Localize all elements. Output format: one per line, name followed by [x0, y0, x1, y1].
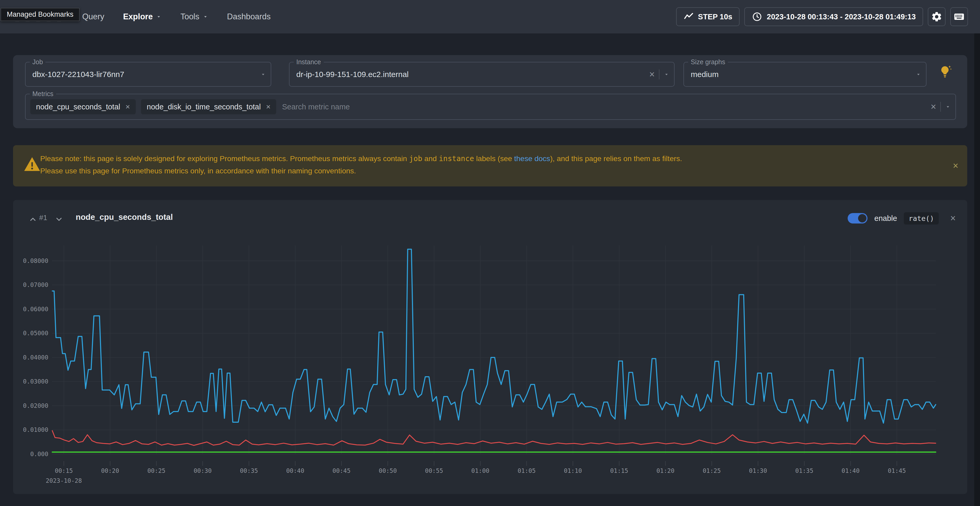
explore-metrics-page: Managed Bookmarks Query Explore Tools Da…	[0, 0, 980, 506]
metric-search-input[interactable]	[282, 102, 413, 111]
tips-button[interactable]	[938, 64, 953, 81]
nav-item-query[interactable]: Query	[82, 12, 104, 21]
svg-text:0.01000: 0.01000	[23, 426, 48, 433]
step-button[interactable]: STEP 10s	[676, 7, 740, 26]
panel-index: #1	[39, 213, 47, 222]
chevron-down-icon[interactable]	[945, 104, 951, 110]
instance-clear-icon[interactable]: ×	[649, 70, 655, 79]
scrollbar[interactable]	[974, 33, 980, 506]
svg-text:00:45: 00:45	[332, 467, 351, 474]
chevron-down-icon[interactable]	[916, 72, 921, 77]
divider	[940, 102, 941, 112]
metric-chips: node_cpu_seconds_total × node_disk_io_ti…	[30, 99, 413, 115]
size-graphs-select[interactable]: Size graphs medium	[683, 62, 926, 87]
svg-text:00:40: 00:40	[286, 467, 304, 474]
svg-text:0.06000: 0.06000	[23, 306, 48, 312]
step-label: STEP 10s	[698, 13, 732, 21]
instance-label: Instance	[294, 58, 324, 66]
lightbulb-icon	[938, 64, 953, 80]
job-label: Job	[30, 58, 45, 66]
chevron-down-icon	[156, 14, 162, 19]
metric-graph-panel: #1 node_cpu_seconds_total enable rate() …	[13, 200, 967, 494]
nav-item-dashboards[interactable]: Dashboards	[227, 12, 271, 21]
svg-text:0.000: 0.000	[30, 451, 48, 457]
collapse-down-icon[interactable]	[54, 214, 64, 224]
panel-title: node_cpu_seconds_total	[76, 213, 173, 222]
filters-panel: Job dbx-1027-221043-lir76nn7 Instance dr…	[13, 55, 967, 128]
chip-close-icon[interactable]: ×	[125, 102, 130, 111]
banner-close-icon[interactable]: ×	[953, 160, 958, 171]
instance-value: dr-ip-10-99-151-109.ec2.internal	[296, 70, 409, 79]
rate-toggle[interactable]	[848, 213, 867, 223]
svg-text:00:25: 00:25	[147, 467, 165, 474]
banner-text: Please note: this page is solely designe…	[40, 153, 682, 177]
metric-chip-label: node_disk_io_time_seconds_total	[147, 103, 261, 111]
chevron-down-icon[interactable]	[663, 72, 669, 77]
svg-text:00:15: 00:15	[55, 467, 73, 474]
rate-code-chip: rate()	[904, 212, 939, 224]
collapse-up-icon[interactable]	[28, 214, 38, 224]
job-select[interactable]: Job dbx-1027-221043-lir76nn7	[25, 62, 271, 87]
svg-text:01:10: 01:10	[564, 467, 582, 474]
svg-text:01:30: 01:30	[749, 467, 767, 474]
svg-text:01:15: 01:15	[610, 467, 628, 474]
banner-line-1: Please note: this page is solely designe…	[40, 153, 682, 165]
nav-item-label: Dashboards	[227, 12, 271, 21]
metric-chart-svg[interactable]: 0.0000.010000.020000.030000.040000.05000…	[13, 226, 967, 494]
svg-text:0.03000: 0.03000	[23, 378, 48, 385]
chevron-down-icon	[202, 14, 208, 19]
svg-text:2023-10-28: 2023-10-28	[46, 477, 82, 484]
code-job: job	[409, 154, 422, 163]
clock-icon	[752, 11, 762, 22]
step-trend-icon	[683, 11, 694, 22]
nav-item-tools[interactable]: Tools	[180, 12, 208, 21]
main-nav: Query Explore Tools Dashboards	[82, 0, 271, 33]
svg-text:00:50: 00:50	[379, 467, 397, 474]
metric-chip[interactable]: node_cpu_seconds_total ×	[30, 99, 136, 115]
nav-item-label: Explore	[123, 12, 153, 21]
nav-item-label: Query	[82, 12, 104, 21]
settings-button[interactable]	[928, 7, 945, 26]
keyboard-shortcuts-button[interactable]	[950, 7, 968, 26]
metrics-clear-icon[interactable]: ×	[931, 102, 936, 111]
metrics-select[interactable]: Metrics node_cpu_seconds_total × node_di…	[25, 94, 956, 120]
metrics-label: Metrics	[30, 90, 56, 98]
docs-link[interactable]: these docs	[514, 154, 550, 163]
rate-toggle-label: enable	[874, 214, 897, 223]
divider	[659, 70, 659, 80]
svg-text:01:00: 01:00	[471, 467, 489, 474]
svg-text:01:35: 01:35	[795, 467, 813, 474]
svg-text:01:25: 01:25	[703, 467, 721, 474]
code-instance: instance	[439, 154, 474, 163]
svg-text:0.02000: 0.02000	[23, 403, 48, 409]
gear-icon	[931, 11, 942, 22]
size-graphs-value: medium	[691, 70, 719, 79]
svg-text:0.04000: 0.04000	[23, 354, 48, 361]
svg-text:0.08000: 0.08000	[23, 258, 48, 264]
top-navbar: Managed Bookmarks Query Explore Tools Da…	[0, 0, 980, 33]
svg-text:0.05000: 0.05000	[23, 330, 48, 337]
chevron-down-icon[interactable]	[260, 72, 266, 77]
time-range-label: 2023-10-28 00:13:43 - 2023-10-28 01:49:1…	[767, 13, 916, 21]
panel-close-icon[interactable]: ×	[950, 213, 956, 224]
panel-controls: enable rate() ×	[848, 210, 956, 226]
instance-select[interactable]: Instance dr-ip-10-99-151-109.ec2.interna…	[289, 62, 675, 87]
nav-item-label: Tools	[180, 12, 199, 21]
nav-item-explore[interactable]: Explore	[123, 12, 162, 21]
job-value: dbx-1027-221043-lir76nn7	[32, 70, 124, 79]
svg-text:01:45: 01:45	[888, 467, 906, 474]
banner-line-2: Please use this page for Prometheus metr…	[40, 165, 682, 177]
warning-icon	[24, 156, 41, 172]
metric-chip[interactable]: node_disk_io_time_seconds_total ×	[141, 99, 276, 115]
chip-close-icon[interactable]: ×	[266, 102, 271, 111]
chart-area: 0.0000.010000.020000.030000.040000.05000…	[13, 226, 967, 494]
prometheus-warning-banner: Please note: this page is solely designe…	[13, 145, 967, 186]
size-graphs-label: Size graphs	[688, 58, 728, 66]
svg-text:01:05: 01:05	[518, 467, 536, 474]
svg-text:01:20: 01:20	[656, 467, 674, 474]
svg-text:00:30: 00:30	[194, 467, 212, 474]
svg-text:00:55: 00:55	[425, 467, 443, 474]
svg-text:00:20: 00:20	[101, 467, 119, 474]
time-range-button[interactable]: 2023-10-28 00:13:43 - 2023-10-28 01:49:1…	[744, 7, 923, 26]
svg-text:0.07000: 0.07000	[23, 282, 48, 288]
